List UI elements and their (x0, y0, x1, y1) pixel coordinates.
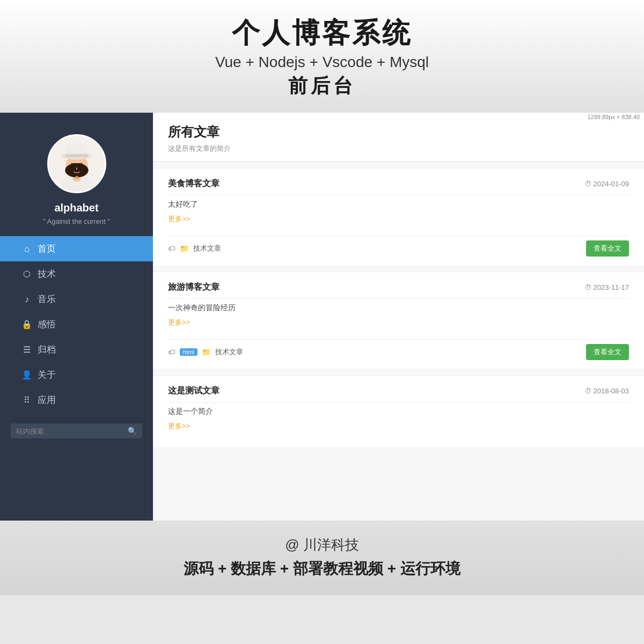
article-date-3: ⏱ 2018-08-03 (584, 387, 630, 395)
nav-label-archive: 归档 (38, 343, 56, 356)
tech-icon: ⬡ (21, 269, 32, 279)
promo-text: 源码 + 数据库 + 部署教程视频 + 运行环境 (11, 559, 633, 579)
article-footer-2: 🏷 html 📁 技术文章 查看全文 (168, 344, 629, 360)
tag-category-2: 技术文章 (215, 347, 243, 357)
article-tags-1: 🏷 📁 技术文章 (168, 244, 221, 253)
article-title-1: 美食博客文章 (168, 178, 219, 189)
clock-icon-2: ⏱ (584, 283, 591, 291)
nav-item-archive[interactable]: ☰ 归档 (0, 337, 153, 362)
nav-item-about[interactable]: 👤 关于 (0, 362, 153, 387)
svg-rect-7 (65, 154, 88, 157)
app-container: 1289.89px × 838.40 (0, 113, 644, 521)
apps-icon: ⠿ (21, 395, 32, 405)
more-link-1[interactable]: 更多>> (168, 214, 190, 224)
search-icon: 🔍 (128, 427, 137, 435)
more-link-2[interactable]: 更多>> (168, 318, 190, 327)
page-title: 所有文章 (168, 123, 629, 141)
nav-label-tech: 技术 (38, 268, 56, 280)
article-divider-1b (168, 236, 629, 236)
nav-label-apps: 应用 (38, 394, 56, 406)
tag-icon-1: 🏷 (168, 244, 175, 253)
article-divider-3 (168, 402, 629, 402)
nav-menu: ⌂ 首页 ⬡ 技术 ♪ 音乐 🔒 感悟 ☰ 归档 👤 关于 (0, 236, 153, 413)
article-tags-2: 🏷 html 📁 技术文章 (168, 347, 243, 357)
article-date-1: ⏱ 2024-01-09 (584, 180, 630, 188)
archive-icon: ☰ (21, 345, 32, 355)
clock-icon-3: ⏱ (584, 387, 591, 395)
main-content: 所有文章 这是所有文章的简介 美食博客文章 ⏱ 2024-01-09 太好吃了 … (153, 113, 644, 521)
read-more-btn-2[interactable]: 查看全文 (586, 344, 629, 360)
article-divider-2 (168, 298, 629, 299)
sub-title2: 前后台 (11, 73, 633, 99)
nav-label-home: 首页 (38, 243, 56, 255)
article-excerpt-3: 这是一个简介 (168, 407, 629, 416)
article-excerpt-1: 太好吃了 (168, 200, 629, 209)
nav-item-home[interactable]: ⌂ 首页 (0, 236, 153, 261)
sidebar: alphabet " Against the current " ⌂ 首页 ⬡ … (0, 113, 153, 521)
music-icon: ♪ (21, 295, 32, 304)
lock-icon: 🔒 (21, 319, 32, 330)
tag-category-1: 技术文章 (193, 244, 221, 253)
avatar (47, 134, 106, 193)
more-link-3[interactable]: 更多>> (168, 421, 190, 431)
home-icon: ⌂ (21, 244, 32, 254)
main-title: 个人博客系统 (11, 16, 633, 49)
username: alphabet (54, 202, 98, 214)
page-header: 所有文章 这是所有文章的简介 (153, 113, 644, 162)
article-title-2: 旅游博客文章 (168, 282, 219, 293)
nav-item-apps[interactable]: ⠿ 应用 (0, 387, 153, 413)
nav-label-about: 关于 (38, 369, 56, 381)
article-card-2: 旅游博客文章 ⏱ 2023-11-17 一次神奇的冒险经历 更多>> 🏷 htm… (153, 272, 644, 369)
article-header-3: 这是测试文章 ⏱ 2018-08-03 (168, 385, 629, 397)
sub-title: Vue + Nodejs + Vscode + Mysql (11, 54, 633, 71)
read-more-btn-1[interactable]: 查看全文 (586, 240, 629, 257)
tag-icon-2: 🏷 (168, 348, 175, 356)
nav-item-insight[interactable]: 🔒 感悟 (0, 312, 153, 337)
article-divider-2b (168, 339, 629, 340)
article-header-2: 旅游博客文章 ⏱ 2023-11-17 (168, 282, 629, 293)
dimension-label: 1289.89px × 838.40 (587, 114, 640, 120)
article-header-1: 美食博客文章 ⏱ 2024-01-09 (168, 178, 629, 189)
article-date-2: ⏱ 2023-11-17 (584, 283, 630, 291)
nav-label-music: 音乐 (38, 293, 56, 305)
article-card-1: 美食博客文章 ⏱ 2024-01-09 太好吃了 更多>> 🏷 📁 技术文章 查… (153, 168, 644, 265)
user-icon: 👤 (21, 370, 32, 380)
page-desc: 这是所有文章的简介 (168, 144, 629, 153)
svg-point-4 (65, 163, 88, 177)
folder-icon-1: 📁 (180, 244, 189, 253)
top-banner: 个人博客系统 Vue + Nodejs + Vscode + Mysql 前后台 (0, 0, 644, 113)
nav-item-tech[interactable]: ⬡ 技术 (0, 261, 153, 287)
article-card-3: 这是测试文章 ⏱ 2018-08-03 这是一个简介 更多>> (153, 375, 644, 447)
folder-icon-2: 📁 (202, 348, 211, 356)
svg-point-14 (75, 176, 78, 179)
brand-text: @ 川洋科技 (11, 536, 633, 554)
clock-icon-1: ⏱ (584, 180, 591, 188)
nav-item-music[interactable]: ♪ 音乐 (0, 287, 153, 312)
article-footer-1: 🏷 📁 技术文章 查看全文 (168, 240, 629, 257)
article-excerpt-2: 一次神奇的冒险经历 (168, 303, 629, 313)
bottom-banner: @ 川洋科技 源码 + 数据库 + 部署教程视频 + 运行环境 (0, 521, 644, 595)
motto: " Against the current " (43, 217, 110, 225)
search-input[interactable] (16, 427, 128, 435)
nav-label-insight: 感悟 (38, 318, 56, 331)
article-title-3: 这是测试文章 (168, 385, 219, 397)
search-wrapper: 🔍 (11, 423, 142, 438)
article-divider-1 (168, 195, 629, 195)
html-tag-2: html (180, 348, 197, 356)
